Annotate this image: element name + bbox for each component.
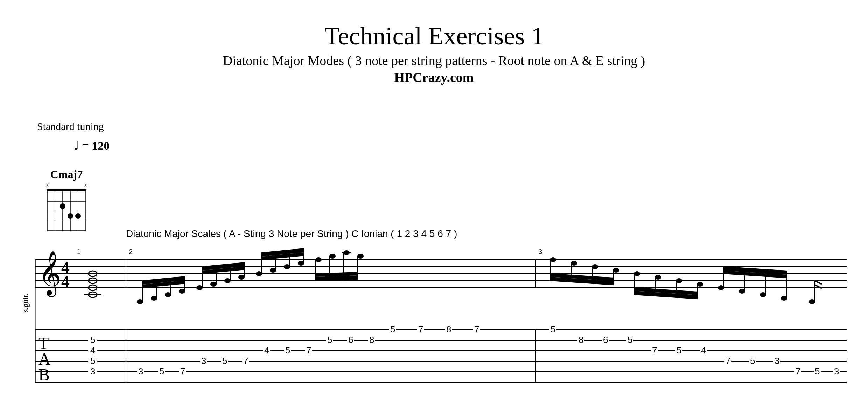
svg-point-101 (634, 272, 640, 276)
tempo-value: 120 (92, 139, 110, 152)
sheet-music-page: Technical Exercises 1 Diatonic Major Mod… (0, 22, 868, 399)
svg-text:7: 7 (726, 356, 730, 366)
svg-text:7: 7 (306, 345, 311, 356)
svg-text:7: 7 (796, 366, 800, 377)
svg-text:3: 3 (138, 366, 143, 377)
svg-point-54 (165, 293, 171, 297)
svg-text:×: × (46, 182, 49, 189)
svg-text:7: 7 (243, 356, 248, 366)
tuning-label: Standard tuning (37, 120, 104, 132)
svg-point-107 (697, 282, 703, 286)
svg-point-64 (225, 279, 230, 283)
svg-point-74 (284, 265, 290, 269)
svg-point-80 (316, 258, 321, 262)
svg-point-50 (137, 300, 143, 304)
chord-grid-icon: × × (44, 182, 89, 235)
svg-text:5: 5 (90, 335, 95, 345)
svg-point-76 (298, 261, 304, 265)
svg-text:5: 5 (677, 345, 681, 356)
svg-point-93 (571, 261, 577, 265)
svg-text:3: 3 (538, 248, 542, 255)
svg-text:5: 5 (390, 324, 395, 335)
svg-rect-2 (47, 189, 86, 191)
svg-text:4: 4 (90, 345, 95, 356)
svg-text:5: 5 (285, 345, 290, 356)
website: HPCrazy.com (0, 70, 868, 85)
svg-point-56 (179, 289, 185, 293)
tab-measure-1: 5 4 5 3 (88, 335, 97, 377)
chord-diagram: Cmaj7 × × (44, 168, 89, 236)
svg-text:5: 5 (90, 356, 95, 366)
svg-text:4: 4 (701, 345, 706, 356)
svg-text:1: 1 (77, 248, 81, 255)
svg-text:𝄞: 𝄞 (38, 251, 61, 298)
svg-text:8: 8 (369, 335, 374, 345)
quarter-note-icon: ♩ (74, 139, 79, 152)
svg-point-97 (613, 268, 619, 272)
svg-text:×: × (84, 182, 88, 189)
svg-point-60 (197, 286, 202, 290)
svg-text:4: 4 (61, 272, 70, 290)
svg-text:5: 5 (628, 335, 632, 345)
svg-text:5: 5 (159, 366, 164, 377)
svg-point-86 (358, 254, 363, 258)
svg-point-15 (75, 213, 81, 219)
svg-text:5: 5 (750, 356, 755, 366)
subtitle: Diatonic Major Modes ( 3 note per string… (0, 53, 868, 68)
svg-text:5: 5 (222, 356, 227, 366)
svg-text:3: 3 (90, 366, 95, 377)
svg-text:3: 3 (775, 356, 779, 366)
svg-text:5: 5 (551, 324, 555, 335)
scale-annotation: Diatonic Major Scales ( A - Sting 3 Note… (126, 228, 457, 239)
svg-point-52 (151, 296, 157, 300)
svg-point-105 (676, 279, 682, 283)
svg-text:5: 5 (815, 366, 820, 377)
svg-point-95 (592, 265, 598, 269)
svg-point-121 (809, 300, 815, 304)
svg-point-70 (256, 272, 262, 276)
measure-2-notes (137, 248, 363, 304)
svg-point-111 (718, 286, 724, 290)
svg-text:B: B (38, 365, 50, 384)
staff-svg: 𝄞 4 4 T A B (35, 246, 847, 399)
chord-name: Cmaj7 (44, 168, 89, 181)
tempo-equals: = (82, 139, 89, 152)
tempo-marking: ♩ = 120 (74, 139, 110, 153)
measure-1-chord (84, 271, 102, 298)
svg-text:3: 3 (834, 366, 839, 377)
instrument-label: s.guit. (21, 293, 30, 312)
svg-text:8: 8 (446, 324, 451, 335)
svg-text:7: 7 (180, 366, 185, 377)
svg-point-72 (270, 268, 276, 272)
tab-staff: T A B (35, 330, 847, 384)
svg-line-123 (815, 281, 822, 284)
notation-system: 𝄞 4 4 T A B (35, 246, 847, 399)
svg-point-91 (550, 258, 556, 262)
svg-point-66 (239, 275, 244, 279)
svg-text:8: 8 (579, 335, 583, 345)
svg-text:7: 7 (652, 345, 657, 356)
svg-text:4: 4 (264, 345, 269, 356)
svg-text:6: 6 (603, 335, 608, 345)
svg-text:2: 2 (129, 248, 133, 255)
svg-text:3: 3 (201, 356, 206, 366)
svg-text:5: 5 (327, 335, 332, 345)
svg-text:7: 7 (474, 324, 479, 335)
svg-point-82 (330, 254, 335, 258)
svg-text:6: 6 (348, 335, 353, 345)
title: Technical Exercises 1 (0, 22, 868, 51)
svg-text:7: 7 (418, 324, 423, 335)
svg-point-113 (739, 289, 745, 293)
svg-point-103 (655, 275, 661, 279)
svg-point-14 (68, 213, 73, 219)
svg-point-117 (781, 296, 787, 300)
svg-point-62 (211, 282, 216, 286)
svg-point-13 (60, 203, 65, 209)
svg-point-115 (760, 293, 766, 297)
